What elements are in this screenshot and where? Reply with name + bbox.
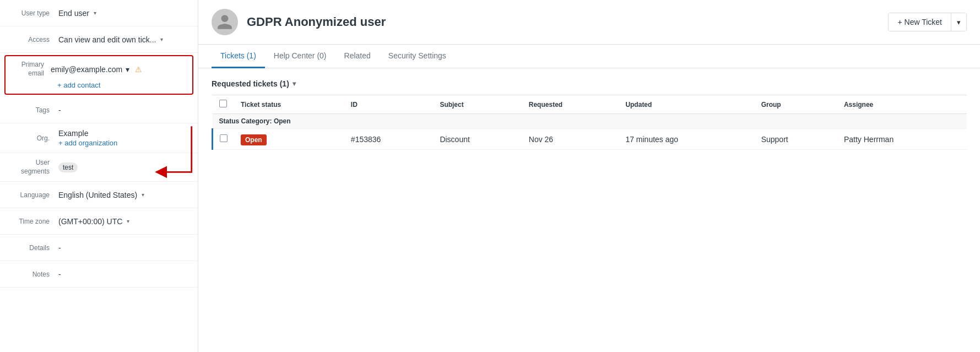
org-label: Org. bbox=[9, 134, 58, 142]
new-ticket-button[interactable]: + New Ticket bbox=[889, 13, 951, 31]
th-checkbox bbox=[213, 95, 235, 114]
section-chevron-icon[interactable]: ▾ bbox=[293, 80, 296, 88]
tabs-bar: Tickets (1) Help Center (0) Related Secu… bbox=[198, 45, 980, 68]
status-category-row: Status Category: Open bbox=[213, 114, 967, 129]
notes-field: Notes - bbox=[0, 261, 198, 288]
row-assignee-cell: Patty Herrman bbox=[837, 129, 967, 150]
tab-security-settings[interactable]: Security Settings bbox=[380, 45, 455, 68]
timezone-dropdown-icon[interactable]: ▾ bbox=[127, 218, 129, 224]
user-name: GDPR Anonymized user bbox=[247, 15, 879, 29]
add-org-link[interactable]: + add organization bbox=[58, 139, 117, 147]
warning-icon: ⚠ bbox=[135, 65, 142, 74]
select-all-checkbox[interactable] bbox=[219, 100, 227, 107]
row-checkbox-cell bbox=[213, 129, 235, 150]
user-type-dropdown-icon[interactable]: ▾ bbox=[94, 10, 96, 16]
th-assignee[interactable]: Assignee bbox=[837, 95, 967, 114]
table-header-row: Ticket status ID Subject Requested Updat… bbox=[213, 95, 967, 114]
th-requested[interactable]: Requested bbox=[522, 95, 619, 114]
user-segment-tag: test bbox=[58, 163, 78, 172]
row-subject-cell[interactable]: Discount bbox=[433, 129, 522, 150]
new-ticket-dropdown-button[interactable]: ▾ bbox=[951, 13, 966, 31]
sidebar: User type End user ▾ Access Can view and… bbox=[0, 0, 198, 352]
section-header: Requested tickets (1) ▾ bbox=[212, 79, 967, 88]
timezone-label: Time zone bbox=[9, 218, 58, 225]
th-subject[interactable]: Subject bbox=[433, 95, 522, 114]
access-field: Access Can view and edit own tick... ▾ bbox=[0, 26, 198, 53]
th-group[interactable]: Group bbox=[755, 95, 837, 114]
email-dropdown-icon[interactable]: ▾ bbox=[126, 65, 129, 74]
access-value[interactable]: Can view and edit own tick... ▾ bbox=[58, 35, 189, 44]
user-segments-label: User segments bbox=[9, 159, 58, 176]
content-area: Requested tickets (1) ▾ Ticket status ID… bbox=[198, 68, 980, 352]
primary-email-row: Primary email emily@example.com ▾ ⚠ bbox=[12, 61, 186, 78]
primary-email-label: Primary email bbox=[12, 61, 51, 78]
avatar bbox=[212, 9, 238, 35]
main-panel: GDPR Anonymized user + New Ticket ▾ Tick… bbox=[198, 0, 980, 352]
row-checkbox[interactable] bbox=[220, 134, 228, 142]
status-badge: Open bbox=[241, 134, 267, 145]
row-id-cell[interactable]: #153836 bbox=[344, 129, 434, 150]
add-contact-link[interactable]: + add contact bbox=[57, 81, 186, 89]
language-field: Language English (United States) ▾ bbox=[0, 182, 198, 208]
timezone-value[interactable]: (GMT+00:00) UTC ▾ bbox=[58, 217, 189, 226]
details-field: Details - bbox=[0, 235, 198, 261]
language-label: Language bbox=[9, 191, 58, 199]
details-label: Details bbox=[9, 244, 58, 252]
primary-email-section: Primary email emily@example.com ▾ ⚠ + ad… bbox=[4, 55, 193, 95]
tab-related[interactable]: Related bbox=[335, 45, 380, 68]
org-field: Org. Example + add organization bbox=[0, 123, 198, 153]
th-id[interactable]: ID bbox=[344, 95, 434, 114]
access-label: Access bbox=[9, 36, 58, 44]
tab-tickets[interactable]: Tickets (1) bbox=[212, 45, 265, 68]
th-updated[interactable]: Updated bbox=[619, 95, 754, 114]
user-segments-value: test bbox=[58, 163, 189, 172]
section-title: Requested tickets (1) bbox=[212, 79, 289, 88]
timezone-field: Time zone (GMT+00:00) UTC ▾ bbox=[0, 208, 198, 235]
user-header: GDPR Anonymized user + New Ticket ▾ bbox=[198, 0, 980, 45]
row-group-cell: Support bbox=[755, 129, 837, 150]
user-type-field: User type End user ▾ bbox=[0, 0, 198, 26]
notes-label: Notes bbox=[9, 270, 58, 278]
tags-field: Tags - bbox=[0, 97, 198, 123]
user-segments-field: User segments test bbox=[0, 153, 198, 182]
tags-label: Tags bbox=[9, 106, 58, 114]
tags-value: - bbox=[58, 106, 189, 115]
status-category-cell: Status Category: Open bbox=[213, 114, 967, 129]
user-type-label: User type bbox=[9, 9, 58, 17]
access-dropdown-icon[interactable]: ▾ bbox=[160, 36, 163, 42]
row-requested-cell: Nov 26 bbox=[522, 129, 619, 150]
row-status-cell: Open bbox=[234, 129, 344, 150]
notes-value: - bbox=[58, 270, 189, 279]
tab-help-center[interactable]: Help Center (0) bbox=[265, 45, 335, 68]
details-value: - bbox=[58, 243, 189, 252]
language-dropdown-icon[interactable]: ▾ bbox=[142, 192, 144, 198]
table-row: Open #153836 Discount Nov 26 17 minutes … bbox=[213, 129, 967, 150]
user-type-value[interactable]: End user ▾ bbox=[58, 9, 189, 18]
new-ticket-button-group: + New Ticket ▾ bbox=[888, 13, 967, 31]
language-value[interactable]: English (United States) ▾ bbox=[58, 191, 189, 199]
row-updated-cell: 17 minutes ago bbox=[619, 129, 754, 150]
tickets-table: Ticket status ID Subject Requested Updat… bbox=[212, 95, 967, 150]
primary-email-value[interactable]: emily@example.com ▾ ⚠ bbox=[51, 65, 186, 74]
th-ticket-status[interactable]: Ticket status bbox=[234, 95, 344, 114]
org-value: Example + add organization bbox=[58, 129, 189, 147]
